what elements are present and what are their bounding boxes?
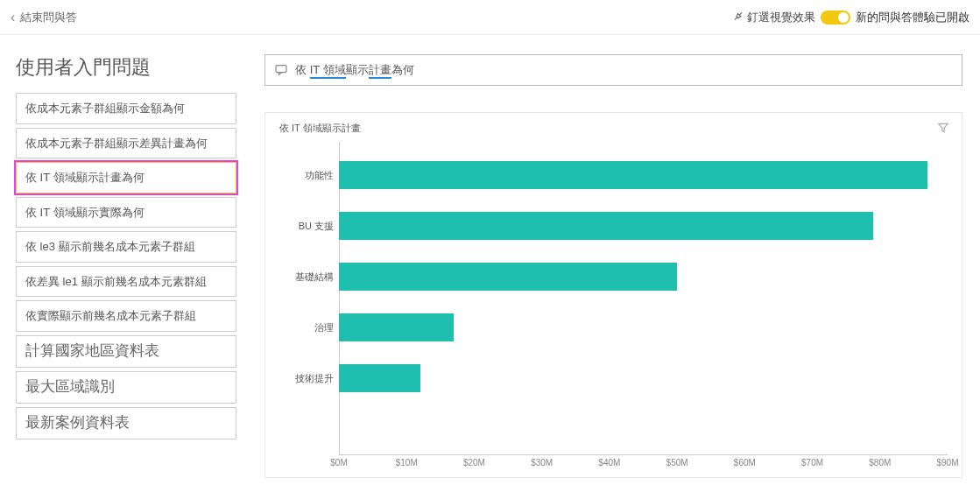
bar[interactable]: [339, 263, 677, 291]
experience-toggle[interactable]: [821, 11, 850, 25]
chart-card: 依 IT 領域顯示計畫 功能性BU 支援基礎結構治理技術提升 $0M$10M$2…: [264, 112, 962, 478]
pin-visual-button[interactable]: 釘選視覺效果: [731, 10, 815, 25]
question-item[interactable]: 最大區域識別: [16, 371, 236, 404]
question-item[interactable]: 依 IT 領域顯示計畫為何: [16, 162, 236, 193]
x-tick: $20M: [463, 458, 485, 467]
chart-title: 依 IT 領域顯示計畫: [279, 122, 948, 135]
header-right: 釘選視覺效果 新的問與答體驗已開啟: [731, 10, 969, 25]
x-tick: $40M: [598, 458, 620, 467]
bar-label: BU 支援: [279, 220, 339, 233]
back-button[interactable]: ‹ 結束問與答: [11, 10, 77, 25]
filter-icon[interactable]: [937, 122, 949, 137]
x-tick: $10M: [396, 458, 418, 467]
question-item[interactable]: 依成本元素子群組顯示差異計畫為何: [16, 128, 236, 159]
bar-label: 功能性: [279, 169, 339, 182]
question-item[interactable]: 最新案例資料表: [16, 407, 236, 439]
bar[interactable]: [339, 364, 420, 392]
bar-track: [339, 364, 948, 392]
bar-label: 技術提升: [279, 372, 339, 385]
bar-label: 基礎結構: [279, 271, 339, 284]
x-tick: $60M: [734, 458, 756, 467]
bar[interactable]: [339, 313, 454, 341]
chart-plot: 功能性BU 支援基礎結構治理技術提升: [279, 142, 948, 454]
question-item[interactable]: 依成本元素子群組顯示金額為何: [16, 93, 236, 124]
x-tick: $0M: [330, 458, 347, 467]
query-text: 依 IT 領域顯示計畫為何: [295, 62, 414, 78]
question-item[interactable]: 依差異 le1 顯示前幾名成本元素群組: [16, 266, 236, 298]
x-tick: $80M: [869, 458, 891, 467]
x-tick: $30M: [531, 458, 553, 467]
x-axis: $0M$10M$20M$30M$40M$50M$60M$70M$80M$90M: [339, 454, 948, 470]
chevron-left-icon: ‹: [11, 11, 15, 25]
x-tick: $70M: [801, 458, 823, 467]
svg-rect-0: [276, 66, 286, 73]
bar-row: BU 支援: [279, 212, 948, 240]
question-item[interactable]: 計算國家地區資料表: [16, 335, 236, 368]
bar-row: 治理: [279, 313, 948, 341]
pin-label: 釘選視覺效果: [747, 10, 815, 25]
back-label: 結束問與答: [20, 10, 77, 25]
bar-row: 基礎結構: [279, 263, 948, 291]
pin-icon: [728, 8, 747, 27]
bar-label: 治理: [279, 321, 339, 334]
chat-icon: [274, 63, 288, 77]
toggle-label: 新的問與答體驗已開啟: [856, 10, 969, 25]
bar-track: [339, 161, 948, 189]
sidebar-title: 使用者入門問題: [16, 54, 236, 81]
question-item[interactable]: 依實際顯示前幾名成本元素子群組: [16, 300, 236, 332]
x-tick: $90M: [936, 458, 958, 467]
header: ‹ 結束問與答 釘選視覺效果 新的問與答體驗已開啟: [0, 0, 980, 35]
question-item[interactable]: 依 IT 領域顯示實際為何: [16, 197, 236, 228]
x-tick: $50M: [666, 458, 688, 467]
bar[interactable]: [339, 212, 873, 240]
chart-area: 功能性BU 支援基礎結構治理技術提升 $0M$10M$20M$30M$40M$5…: [279, 142, 948, 470]
sidebar: 使用者入門問題 依成本元素子群組顯示金額為何依成本元素子群組顯示差異計畫為何依 …: [0, 35, 252, 492]
query-input[interactable]: 依 IT 領域顯示計畫為何: [264, 54, 962, 86]
question-item[interactable]: 依 le3 顯示前幾名成本元素子群組: [16, 231, 236, 263]
toggle-knob: [838, 12, 849, 23]
bar-track: [339, 212, 948, 240]
bar[interactable]: [339, 161, 927, 189]
main: 依 IT 領域顯示計畫為何 依 IT 領域顯示計畫 功能性BU 支援基礎結構治理…: [252, 35, 980, 492]
bar-row: 功能性: [279, 161, 948, 189]
question-list: 依成本元素子群組顯示金額為何依成本元素子群組顯示差異計畫為何依 IT 領域顯示計…: [16, 93, 236, 439]
bar-track: [339, 263, 948, 291]
bar-track: [339, 313, 948, 341]
bar-row: 技術提升: [279, 364, 948, 392]
